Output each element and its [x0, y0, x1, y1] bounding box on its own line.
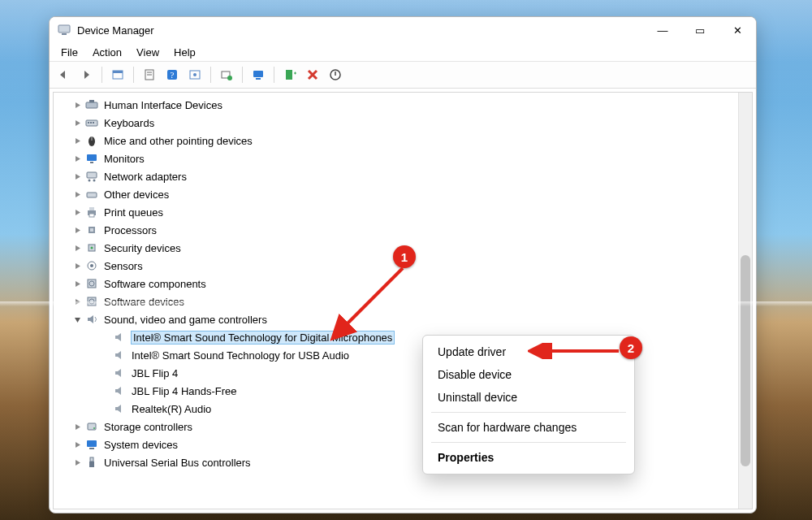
tree-category-label: Network adapters	[104, 171, 187, 183]
svg-rect-30	[87, 193, 97, 197]
chevron-right-icon[interactable]	[71, 421, 83, 432]
tree-category[interactable]: Sensors	[60, 257, 736, 275]
tree-category-label: Other devices	[104, 188, 169, 201]
svg-rect-46	[87, 440, 97, 447]
tree-category-label: Print queues	[104, 206, 163, 219]
tree-category[interactable]: Human Interface Devices	[60, 96, 736, 114]
chevron-right-icon[interactable]	[71, 135, 83, 146]
software-component-icon	[84, 276, 99, 291]
menu-view[interactable]: View	[130, 45, 166, 60]
svg-rect-35	[90, 228, 93, 232]
titlebar: Device Manager — ▭ ✕	[50, 17, 756, 43]
disable-icon[interactable]	[325, 65, 346, 84]
svg-rect-18	[89, 100, 94, 102]
svg-rect-48	[90, 457, 93, 462]
maximize-button[interactable]: ▭	[681, 17, 719, 43]
svg-rect-33	[89, 214, 94, 217]
tree-category[interactable]: Network adapters	[60, 167, 736, 185]
context-menu-separator	[431, 442, 626, 443]
tree-category[interactable]: Software components	[60, 275, 736, 292]
tree-category-label: System devices	[104, 439, 178, 451]
speaker-icon	[112, 330, 127, 344]
tree-category-label: Mice and other pointing devices	[104, 135, 253, 147]
refresh-icon[interactable]	[184, 65, 205, 84]
device-context-menu: Update driverDisable deviceUninstall dev…	[422, 335, 635, 474]
svg-rect-15	[286, 70, 292, 80]
nav-back-icon[interactable]	[53, 65, 74, 84]
tree-device-label: Intel® Smart Sound Technology for Digita…	[132, 332, 394, 344]
chevron-down-icon[interactable]	[71, 314, 83, 325]
app-icon	[58, 24, 71, 37]
tree-category[interactable]: Keyboards	[60, 114, 736, 132]
tree-category-label: Monitors	[104, 153, 145, 165]
context-menu-separator	[431, 412, 626, 413]
chevron-right-icon[interactable]	[71, 296, 83, 307]
scrollbar-thumb[interactable]	[741, 255, 750, 466]
other-icon	[84, 187, 99, 202]
sound-icon	[84, 312, 99, 327]
svg-rect-17	[86, 102, 97, 108]
context-menu-item[interactable]: Disable device	[423, 363, 634, 386]
uninstall-icon[interactable]	[302, 65, 323, 84]
desktop-wallpaper: Device Manager — ▭ ✕ File Action View He…	[0, 0, 812, 520]
tree-category[interactable]: Print queues	[60, 203, 736, 221]
svg-point-29	[93, 180, 96, 182]
svg-rect-21	[90, 122, 92, 124]
network-icon	[84, 169, 99, 184]
tree-category[interactable]: Software devices	[60, 292, 736, 310]
scan-hardware-icon[interactable]	[248, 65, 269, 84]
svg-rect-14	[256, 78, 261, 80]
tree-category[interactable]: Other devices	[60, 185, 736, 203]
software-device-icon	[84, 294, 99, 309]
tree-category[interactable]: Mice and other pointing devices	[60, 132, 736, 150]
show-hidden-icon[interactable]	[107, 65, 128, 84]
chevron-right-icon[interactable]	[71, 206, 83, 218]
chevron-right-icon[interactable]	[71, 439, 83, 450]
tree-category[interactable]: Sound, video and game controllers	[60, 310, 736, 328]
help-icon[interactable]: ?	[162, 65, 183, 84]
hid-icon	[84, 98, 99, 112]
tree-category[interactable]: Security devices	[60, 239, 736, 257]
tree-category-label: Human Interface Devices	[104, 99, 222, 111]
chevron-right-icon[interactable]	[71, 171, 83, 182]
context-menu-item[interactable]: Update driver	[423, 340, 634, 363]
chevron-right-icon[interactable]	[71, 153, 83, 164]
menu-file[interactable]: File	[54, 45, 84, 60]
context-menu-item[interactable]: Uninstall device	[423, 386, 634, 409]
properties-icon[interactable]	[139, 65, 160, 84]
chevron-right-icon[interactable]	[71, 224, 83, 236]
minimize-button[interactable]: —	[644, 17, 681, 43]
svg-point-12	[227, 76, 232, 80]
keyboard-icon	[84, 115, 99, 130]
chevron-right-icon[interactable]	[71, 188, 83, 200]
tree-category[interactable]: Processors	[60, 221, 736, 239]
chevron-right-icon[interactable]	[71, 99, 83, 110]
svg-rect-0	[58, 25, 70, 32]
svg-point-45	[93, 427, 95, 429]
context-menu-item[interactable]: Scan for hardware changes	[423, 416, 634, 439]
menu-help[interactable]: Help	[167, 45, 202, 60]
add-legacy-icon[interactable]	[279, 65, 300, 84]
tree-category[interactable]: Monitors	[60, 150, 736, 167]
chevron-right-icon[interactable]	[71, 242, 83, 254]
svg-rect-27	[87, 172, 97, 178]
update-driver-icon[interactable]	[216, 65, 237, 84]
chevron-right-icon[interactable]	[71, 260, 83, 271]
chevron-right-icon[interactable]	[71, 278, 83, 289]
close-button[interactable]: ✕	[719, 17, 756, 43]
vertical-scrollbar[interactable]	[738, 93, 752, 509]
system-icon	[84, 437, 99, 452]
speaker-icon	[112, 384, 127, 398]
device-tree[interactable]: Human Interface DevicesKeyboardsMice and…	[54, 93, 739, 509]
chevron-right-icon[interactable]	[71, 117, 83, 128]
context-menu-item[interactable]: Properties	[423, 446, 634, 469]
speaker-icon	[112, 348, 127, 362]
nav-forward-icon[interactable]	[76, 65, 97, 84]
svg-rect-13	[253, 71, 263, 77]
tree-category-label: Sensors	[104, 260, 143, 272]
chevron-right-icon[interactable]	[71, 457, 83, 468]
svg-rect-26	[90, 162, 93, 163]
mouse-icon	[84, 133, 99, 148]
tree-category-label: Security devices	[104, 242, 181, 254]
menu-action[interactable]: Action	[86, 45, 128, 60]
